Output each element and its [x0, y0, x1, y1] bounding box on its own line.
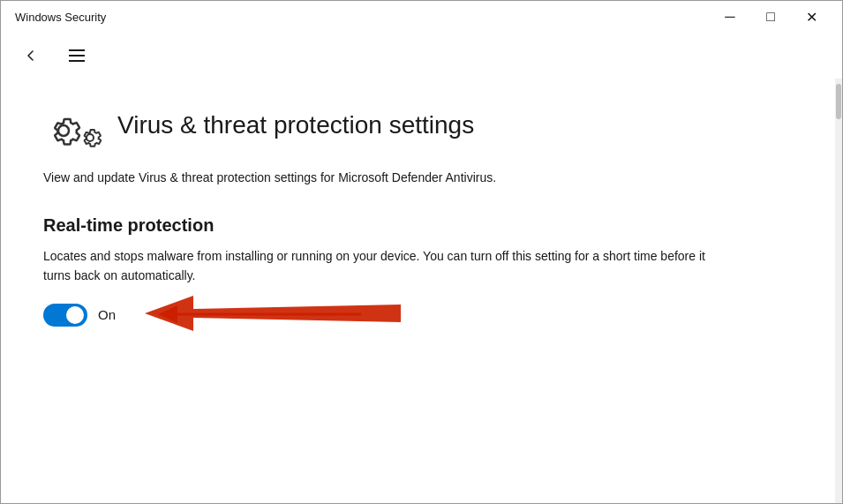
window-title: Windows Security [15, 11, 106, 24]
title-bar-controls: ─ □ ✕ [710, 1, 832, 33]
toggle-label: On [98, 307, 116, 322]
close-button[interactable]: ✕ [791, 1, 832, 33]
scrollbar-thumb[interactable] [836, 84, 841, 119]
maximize-button[interactable]: □ [750, 1, 791, 33]
scrollbar-track[interactable] [835, 79, 842, 503]
real-time-protection-section: Real-time protection Locates and stops m… [43, 215, 793, 327]
section-heading: Real-time protection [43, 215, 793, 236]
section-description: Locates and stops malware from installin… [43, 246, 705, 286]
toggle-row: On [43, 304, 793, 327]
menu-button[interactable] [61, 40, 93, 71]
hamburger-icon [69, 49, 85, 62]
back-icon [24, 49, 38, 63]
gear-icon-small [77, 124, 103, 151]
content-area: Virus & threat protection settings View … [1, 79, 835, 503]
page-header: Virus & threat protection settings [43, 100, 793, 151]
real-time-protection-toggle[interactable] [43, 304, 87, 327]
page-subtitle: View and update Virus & threat protectio… [43, 169, 705, 187]
annotation-arrow [149, 297, 370, 332]
minimize-button[interactable]: ─ [710, 1, 750, 33]
toolbar [1, 33, 842, 79]
svg-marker-4 [158, 305, 177, 323]
back-button[interactable] [15, 40, 47, 71]
windows-security-window: Windows Security ─ □ ✕ [0, 0, 843, 504]
title-bar-left: Windows Security [15, 11, 106, 24]
title-bar: Windows Security ─ □ ✕ [1, 1, 842, 33]
main-content: Virus & threat protection settings View … [1, 79, 842, 503]
gear-icon-container [43, 103, 103, 151]
page-title: Virus & threat protection settings [117, 110, 474, 140]
